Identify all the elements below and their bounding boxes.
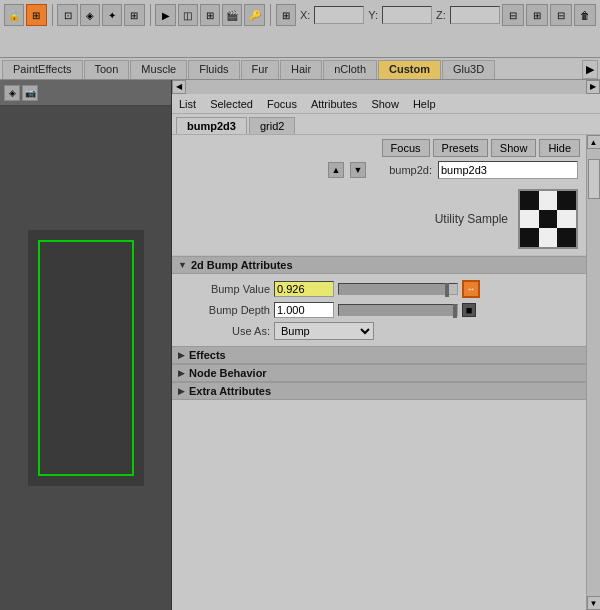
node-behavior-section-header[interactable]: ▶ Node Behavior [172, 364, 586, 382]
left-panel: ◈ 📷 [0, 80, 172, 610]
arrow-down-icon[interactable]: ▼ [350, 162, 366, 178]
hscroll-right-btn[interactable]: ▶ [586, 80, 600, 94]
select-icon[interactable]: ⊞ [26, 4, 46, 26]
effects-section-header[interactable]: ▶ Effects [172, 346, 586, 364]
checker-cell-5 [539, 210, 558, 229]
extra-attrs-section-header[interactable]: ▶ Extra Attributes [172, 382, 586, 400]
node-name-input[interactable] [438, 161, 578, 179]
rotate-icon[interactable]: ◈ [80, 4, 100, 26]
checker-cell-7 [520, 228, 539, 247]
bump-value-connect-btn[interactable]: ↔ [462, 280, 480, 298]
effects-arrow: ▶ [178, 350, 185, 360]
extra-attrs-arrow: ▶ [178, 386, 185, 396]
top-scrollbar: ◀ ▶ [172, 80, 600, 94]
scale-icon[interactable]: ✦ [102, 4, 122, 26]
main-toolbar: 🔒 ⊞ ⊡ ◈ ✦ ⊞ ▶ ◫ ⊞ 🎬 🔑 ⊞ X: Y: Z: ⊟ ⊞ ⊟ 🗑 [0, 0, 600, 58]
checker-cell-8 [539, 228, 558, 247]
node-behavior-arrow: ▶ [178, 368, 185, 378]
node-tab-bump2d3[interactable]: bump2d3 [176, 117, 247, 134]
main-layout: ◈ 📷 ◀ ▶ List Selected Focus Attributes S… [0, 80, 600, 610]
focus-button[interactable]: Focus [382, 139, 430, 157]
frame-icon[interactable]: ◫ [178, 4, 198, 26]
render-icon[interactable]: ▶ [155, 4, 175, 26]
trash-icon[interactable]: 🗑 [574, 4, 596, 26]
bump-depth-slider[interactable] [338, 304, 458, 316]
attr-menubar: List Selected Focus Attributes Show Help [172, 94, 600, 114]
lock-icon[interactable]: 🔒 [4, 4, 24, 26]
tab-painteffects[interactable]: PaintEffects [2, 60, 83, 79]
x-input[interactable] [314, 6, 364, 24]
snap-icon[interactable]: ⊞ [276, 4, 296, 26]
hscroll-left-btn[interactable]: ◀ [172, 80, 186, 94]
use-as-label: Use As: [180, 325, 270, 337]
bump-depth-input[interactable] [274, 302, 334, 318]
snap2-icon[interactable]: ⊞ [526, 4, 548, 26]
menu-help[interactable]: Help [410, 98, 439, 110]
attr-main: Focus Presets Show Hide ▲ ▼ bump2d: Util… [172, 135, 586, 610]
bump-value-slider-fill [339, 284, 448, 294]
viewport [0, 106, 171, 610]
bump-depth-slider-thumb [453, 304, 457, 318]
bump-attrs-section-header[interactable]: ▼ 2d Bump Attributes [172, 256, 586, 274]
bump-attrs-title: 2d Bump Attributes [191, 259, 293, 271]
attr-actions-row: Focus Presets Show Hide [172, 135, 586, 159]
checker-preview[interactable] [518, 189, 578, 249]
viewport-icon[interactable]: ◈ [4, 85, 20, 101]
layout-icon[interactable]: ⊟ [550, 4, 572, 26]
key-icon[interactable]: 🔑 [244, 4, 264, 26]
checker-cell-6 [557, 210, 576, 229]
tab-hair[interactable]: Hair [280, 60, 322, 79]
checker-cell-3 [557, 191, 576, 210]
presets-button[interactable]: Presets [433, 139, 488, 157]
menu-selected[interactable]: Selected [207, 98, 256, 110]
checker-cell-2 [539, 191, 558, 210]
viewport-green-border [38, 240, 134, 476]
vscroll-track[interactable] [587, 149, 601, 596]
vscroll-thumb[interactable] [588, 159, 600, 199]
y-label: Y: [366, 9, 380, 21]
camera-icon[interactable]: 📷 [22, 85, 38, 101]
attr-panel-inner: Focus Presets Show Hide ▲ ▼ bump2d: Util… [172, 135, 600, 610]
node-behavior-title: Node Behavior [189, 367, 267, 379]
bump-value-input[interactable] [274, 281, 334, 297]
menu-show[interactable]: Show [368, 98, 402, 110]
node-tab-grid2[interactable]: grid2 [249, 117, 295, 134]
bump-depth-dot[interactable]: ■ [462, 303, 476, 317]
menu-attributes[interactable]: Attributes [308, 98, 360, 110]
use-as-select[interactable]: Bump Tangent Space Normals Object Space … [274, 322, 374, 340]
tab-fluids[interactable]: Fluids [188, 60, 239, 79]
timeline-icon[interactable]: ⊞ [200, 4, 220, 26]
arrow-up-icon[interactable]: ▲ [328, 162, 344, 178]
vscroll-down-btn[interactable]: ▼ [587, 596, 601, 610]
tab-custom[interactable]: Custom [378, 60, 441, 79]
use-as-row: Use As: Bump Tangent Space Normals Objec… [172, 320, 586, 342]
tab-toon[interactable]: Toon [84, 60, 130, 79]
tab-glu3d[interactable]: Glu3D [442, 60, 495, 79]
show-button[interactable]: Show [491, 139, 537, 157]
vscrollbar: ▲ ▼ [586, 135, 600, 610]
tab-muscle[interactable]: Muscle [130, 60, 187, 79]
y-input[interactable] [382, 6, 432, 24]
viewport-inner [26, 228, 146, 488]
tab-ncloth[interactable]: nCloth [323, 60, 377, 79]
hide-button[interactable]: Hide [539, 139, 580, 157]
utility-sample-label: Utility Sample [428, 212, 508, 226]
menu-list[interactable]: List [176, 98, 199, 110]
separator-2 [150, 4, 151, 26]
bump-value-slider[interactable] [338, 283, 458, 295]
tabs-scroll-right[interactable]: ▶ [582, 60, 598, 79]
toolbar-row: 🔒 ⊞ ⊡ ◈ ✦ ⊞ ▶ ◫ ⊞ 🎬 🔑 ⊞ X: Y: Z: ⊟ ⊞ ⊟ 🗑 [0, 0, 600, 30]
hscroll-track[interactable] [186, 80, 586, 94]
checker-cell-4 [520, 210, 539, 229]
vscroll-up-btn[interactable]: ▲ [587, 135, 601, 149]
tab-fur[interactable]: Fur [241, 60, 280, 79]
z-input[interactable] [450, 6, 500, 24]
translate-icon[interactable]: ⊡ [57, 4, 77, 26]
bump-depth-slider-fill [339, 305, 457, 315]
grid-icon[interactable]: ⊟ [502, 4, 524, 26]
bump-attrs-content: Bump Value ↔ Bump Depth [172, 274, 586, 346]
transform-icon[interactable]: ⊞ [124, 4, 144, 26]
attr-editor-panel: ◀ ▶ List Selected Focus Attributes Show … [172, 80, 600, 610]
anim-icon[interactable]: 🎬 [222, 4, 242, 26]
menu-focus[interactable]: Focus [264, 98, 300, 110]
